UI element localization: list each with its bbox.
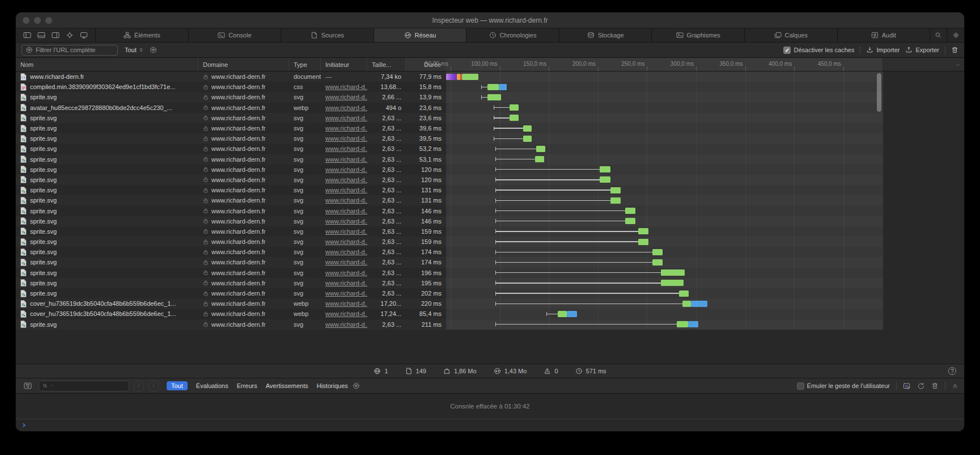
- initiator-link[interactable]: www.richard-d...: [325, 187, 367, 193]
- column-header-size[interactable]: Taille...: [367, 58, 406, 71]
- initiator-link[interactable]: www.richard-d...: [325, 145, 367, 152]
- console-filter-button[interactable]: [22, 381, 34, 391]
- table-row[interactable]: sprite.svgwww.richard-dern.frsvgwww.rich…: [16, 226, 964, 237]
- table-row[interactable]: sprite.svgwww.richard-dern.frsvgwww.rich…: [16, 319, 964, 330]
- url-filter-field[interactable]: [22, 45, 118, 56]
- console-filter-options-button[interactable]: [353, 382, 360, 389]
- minimize-button[interactable]: [34, 17, 41, 24]
- console-scope-evaluations[interactable]: Évaluations: [196, 382, 228, 389]
- table-row[interactable]: sprite.svgwww.richard-dern.frsvgwww.rich…: [16, 216, 964, 226]
- table-row[interactable]: avatar_hu85ecce298728880b0bde2dcc4e5c230…: [16, 103, 964, 113]
- console-scope-avertissements[interactable]: Avertissements: [266, 382, 308, 389]
- url-filter-input[interactable]: [36, 47, 114, 53]
- search-button[interactable]: [930, 28, 947, 42]
- close-button[interactable]: [23, 17, 29, 24]
- clear-network-button[interactable]: [951, 47, 958, 53]
- tab-audit[interactable]: Audit: [838, 28, 931, 42]
- initiator-link[interactable]: www.richard-d...: [325, 135, 367, 142]
- tab-sources[interactable]: Sources: [281, 28, 374, 42]
- initiator-link[interactable]: www.richard-d...: [325, 290, 367, 297]
- initiator-link[interactable]: www.richard-d...: [325, 280, 367, 287]
- column-header-initiator[interactable]: Initiateur: [321, 58, 367, 71]
- create-snippet-button[interactable]: JS: [903, 382, 911, 390]
- table-row[interactable]: cover_hu736519dc3b5040cfa48b6b559b6de6ec…: [16, 309, 964, 319]
- previous-result-button[interactable]: [134, 381, 144, 391]
- device-icon[interactable]: [80, 32, 88, 39]
- table-row[interactable]: www.richard-dern.frwww.richard-dern.frdo…: [16, 71, 964, 82]
- tab-elements[interactable]: Éléments: [96, 28, 189, 42]
- tab-chronologies[interactable]: Chronologies: [466, 28, 559, 42]
- table-row[interactable]: sprite.svgwww.richard-dern.frsvgwww.rich…: [16, 288, 964, 298]
- settings-button[interactable]: [947, 28, 964, 42]
- initiator-link[interactable]: www.richard-d...: [325, 156, 367, 163]
- table-row[interactable]: sprite.svgwww.richard-dern.frsvgwww.rich…: [16, 165, 964, 175]
- table-row[interactable]: sprite.svgwww.richard-dern.frsvgwww.rich…: [16, 205, 964, 216]
- column-header-name[interactable]: Nom: [16, 58, 198, 71]
- export-button[interactable]: Exporter: [905, 47, 939, 53]
- import-button[interactable]: Importer: [866, 47, 900, 53]
- tab-stockage[interactable]: Stockage: [559, 28, 652, 42]
- initiator-link[interactable]: www.richard-d...: [325, 321, 367, 328]
- initiator-link[interactable]: www.richard-d...: [325, 208, 367, 214]
- initiator-link[interactable]: www.richard-d...: [325, 83, 367, 90]
- table-row[interactable]: cover_hu736519dc3b5040cfa48b6b559b6de6ec…: [16, 298, 964, 309]
- initiator-link[interactable]: www.richard-d...: [325, 166, 367, 173]
- tab-graphismes[interactable]: Graphismes: [652, 28, 745, 42]
- clear-console-button[interactable]: [931, 382, 939, 389]
- vertical-scrollbar-thumb[interactable]: [877, 73, 881, 112]
- initiator-link[interactable]: www.richard-d...: [325, 176, 367, 183]
- table-row[interactable]: sprite.svgwww.richard-dern.frsvgwww.rich…: [16, 185, 964, 195]
- initiator-link[interactable]: www.richard-d...: [325, 125, 367, 132]
- console-prompt[interactable]: [16, 419, 964, 431]
- table-row[interactable]: sprite.svgwww.richard-dern.frsvgwww.rich…: [16, 133, 964, 144]
- table-row[interactable]: sprite.svgwww.richard-dern.frsvgwww.rich…: [16, 237, 964, 247]
- console-search-field[interactable]: [39, 381, 129, 391]
- table-row[interactable]: sprite.svgwww.richard-dern.frsvgwww.rich…: [16, 175, 964, 185]
- tab-reseau[interactable]: Réseau: [374, 28, 467, 42]
- zoom-button[interactable]: [45, 17, 52, 24]
- initiator-link[interactable]: www.richard-d...: [325, 248, 367, 255]
- initiator-link[interactable]: www.richard-d...: [325, 94, 367, 100]
- initiator-link[interactable]: www.richard-d...: [325, 259, 367, 266]
- console-scope-erreurs[interactable]: Erreurs: [237, 382, 257, 389]
- table-row[interactable]: sprite.svgwww.richard-dern.frsvgwww.rich…: [16, 92, 964, 102]
- column-header-domain[interactable]: Domaine: [198, 58, 289, 71]
- panel-right-icon[interactable]: [52, 32, 60, 39]
- initiator-link[interactable]: www.richard-d...: [325, 300, 367, 307]
- help-button[interactable]: ?: [948, 367, 956, 375]
- reload-button[interactable]: [917, 382, 925, 390]
- resource-type-select[interactable]: Tout: [125, 47, 144, 53]
- window-controls[interactable]: [23, 17, 52, 24]
- scroll-up-icon[interactable]: [956, 62, 961, 67]
- initiator-link[interactable]: www.richard-d...: [325, 269, 367, 276]
- tab-console[interactable]: Console: [189, 28, 282, 42]
- initiator-link[interactable]: www.richard-d...: [325, 218, 367, 225]
- disable-caches-checkbox[interactable]: ✓ Désactiver les caches: [783, 47, 854, 54]
- initiator-link[interactable]: www.richard-d...: [325, 197, 367, 204]
- panel-left-icon[interactable]: [23, 32, 31, 39]
- panel-bottom-icon[interactable]: [37, 32, 45, 39]
- filter-options-button[interactable]: [150, 47, 157, 53]
- next-result-button[interactable]: [149, 381, 159, 391]
- table-row[interactable]: sprite.svgwww.richard-dern.frsvgwww.rich…: [16, 278, 964, 288]
- table-row[interactable]: sprite.svgwww.richard-dern.frsvgwww.rich…: [16, 154, 964, 165]
- collapse-console-button[interactable]: [952, 382, 958, 389]
- initiator-link[interactable]: www.richard-d...: [325, 104, 367, 111]
- emulate-user-gesture-checkbox[interactable]: Émuler le geste de l'utilisateur: [797, 382, 890, 390]
- table-row[interactable]: sprite.svgwww.richard-dern.frsvgwww.rich…: [16, 123, 964, 133]
- table-row[interactable]: sprite.svgwww.richard-dern.frsvgwww.rich…: [16, 257, 964, 267]
- table-row[interactable]: sprite.svgwww.richard-dern.frsvgwww.rich…: [16, 268, 964, 278]
- table-row[interactable]: sprite.svgwww.richard-dern.frsvgwww.rich…: [16, 247, 964, 257]
- inspect-target-icon[interactable]: [66, 32, 74, 39]
- tab-calques[interactable]: Calques: [745, 28, 838, 42]
- initiator-link[interactable]: www.richard-d...: [325, 228, 367, 235]
- initiator-link[interactable]: www.richard-d...: [325, 238, 367, 245]
- console-scope-historiques[interactable]: Historiques: [317, 382, 348, 389]
- table-row[interactable]: sprite.svgwww.richard-dern.frsvgwww.rich…: [16, 195, 964, 205]
- console-scope-tout[interactable]: Tout: [167, 381, 188, 390]
- table-row[interactable]: sprite.svgwww.richard-dern.frsvgwww.rich…: [16, 113, 964, 123]
- column-header-type[interactable]: Type: [289, 58, 321, 71]
- table-row[interactable]: compiled.min.38390909f303624ed9e1cf1bd3f…: [16, 82, 964, 92]
- table-row[interactable]: sprite.svgwww.richard-dern.frsvgwww.rich…: [16, 144, 964, 154]
- initiator-link[interactable]: www.richard-d...: [325, 115, 367, 121]
